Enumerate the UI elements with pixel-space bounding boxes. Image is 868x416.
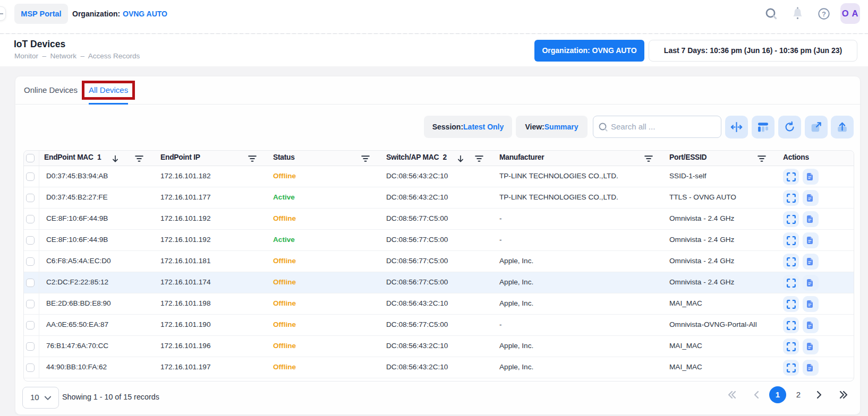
svg-text:?: ? xyxy=(822,10,826,18)
